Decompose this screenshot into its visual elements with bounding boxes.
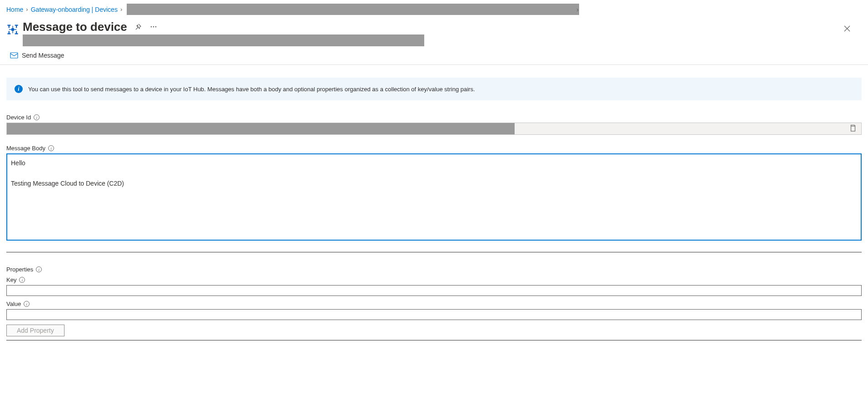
value-label-row: Value i xyxy=(6,301,862,307)
svg-point-0 xyxy=(11,28,15,31)
page-title: Message to device xyxy=(23,20,127,34)
info-icon: i xyxy=(15,85,23,93)
breadcrumb-gateway-devices[interactable]: Gateway-onboarding | Devices xyxy=(31,6,118,13)
key-label: Key xyxy=(6,276,16,283)
info-tooltip-icon[interactable]: i xyxy=(36,266,42,272)
section-divider xyxy=(6,252,862,252)
copy-device-id-button[interactable] xyxy=(848,123,857,134)
info-banner-text: You can use this tool to send messages t… xyxy=(28,86,475,93)
close-icon xyxy=(843,25,851,32)
device-id-label-row: Device Id i xyxy=(6,114,862,121)
key-label-row: Key i xyxy=(6,276,862,283)
device-id-value-redacted xyxy=(7,123,515,134)
iot-hub-icon xyxy=(6,23,19,36)
svg-rect-4 xyxy=(10,53,18,58)
breadcrumb-home[interactable]: Home xyxy=(6,6,23,13)
send-message-button[interactable]: Send Message xyxy=(8,51,66,60)
copy-icon xyxy=(849,124,856,132)
message-body-input[interactable]: Hello Testing Message Cloud to Device (C… xyxy=(6,153,862,241)
info-tooltip-icon[interactable]: i xyxy=(19,277,25,283)
properties-label-row: Properties i xyxy=(6,266,862,273)
info-tooltip-icon[interactable]: i xyxy=(48,145,54,151)
message-body-label-row: Message Body i xyxy=(6,145,862,152)
chevron-right-icon: › xyxy=(26,6,28,13)
close-button[interactable] xyxy=(842,23,853,35)
page-header: Message to device xyxy=(0,19,868,46)
more-horizontal-icon xyxy=(150,23,157,30)
info-tooltip-icon[interactable]: i xyxy=(34,114,40,120)
info-tooltip-icon[interactable]: i xyxy=(24,301,30,307)
bottom-divider xyxy=(6,340,862,340)
property-key-input[interactable] xyxy=(6,285,862,296)
value-label: Value xyxy=(6,301,21,307)
info-banner: i You can use this tool to send messages… xyxy=(6,78,862,100)
subtitle-redacted xyxy=(23,34,424,46)
property-value-input[interactable] xyxy=(6,309,862,320)
svg-point-2 xyxy=(153,26,154,28)
svg-point-1 xyxy=(150,26,152,28)
content-area: i You can use this tool to send messages… xyxy=(0,59,862,404)
svg-point-3 xyxy=(155,26,156,28)
chevron-right-icon: › xyxy=(120,6,122,13)
add-property-button[interactable]: Add Property xyxy=(6,325,64,336)
device-id-field xyxy=(6,123,862,135)
device-id-label: Device Id xyxy=(6,114,31,121)
pin-button[interactable] xyxy=(134,22,143,31)
pin-icon xyxy=(134,23,142,30)
breadcrumb: Home › Gateway-onboarding | Devices › › xyxy=(0,0,868,19)
properties-label: Properties xyxy=(6,266,33,273)
breadcrumb-redacted xyxy=(127,4,579,15)
more-button[interactable] xyxy=(149,22,158,31)
svg-rect-5 xyxy=(851,126,855,131)
mail-icon xyxy=(10,52,18,59)
device-id-copy-area xyxy=(515,123,861,134)
message-body-label: Message Body xyxy=(6,145,45,152)
send-message-label: Send Message xyxy=(22,52,64,59)
chevron-right-icon: › xyxy=(576,6,579,13)
